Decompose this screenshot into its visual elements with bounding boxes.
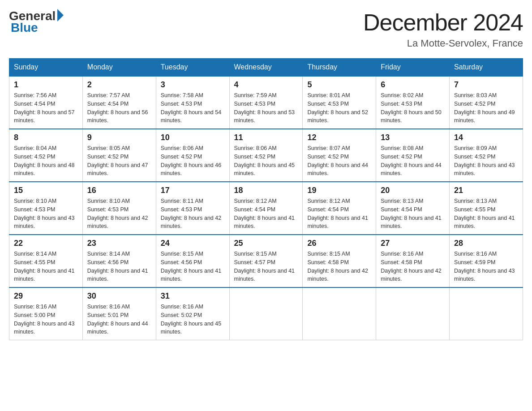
calendar-cell [303, 287, 376, 340]
calendar-cell: 16 Sunrise: 8:10 AMSunset: 4:53 PMDaylig… [82, 182, 156, 235]
calendar-week-5: 29 Sunrise: 8:16 AMSunset: 5:00 PMDaylig… [9, 287, 523, 340]
day-info: Sunrise: 8:02 AMSunset: 4:53 PMDaylight:… [381, 92, 442, 124]
day-number: 26 [307, 239, 371, 248]
calendar-cell: 21 Sunrise: 8:13 AMSunset: 4:55 PMDaylig… [450, 182, 523, 235]
day-number: 12 [307, 133, 371, 142]
calendar-cell: 9 Sunrise: 8:05 AMSunset: 4:52 PMDayligh… [82, 129, 156, 182]
calendar-cell: 4 Sunrise: 7:59 AMSunset: 4:53 PMDayligh… [229, 76, 303, 129]
calendar-week-2: 8 Sunrise: 8:04 AMSunset: 4:52 PMDayligh… [9, 129, 523, 182]
location-title: La Motte-Servolex, France [363, 38, 523, 49]
day-number: 14 [454, 133, 518, 142]
calendar-cell: 5 Sunrise: 8:01 AMSunset: 4:53 PMDayligh… [303, 76, 376, 129]
calendar-week-4: 22 Sunrise: 8:14 AMSunset: 4:55 PMDaylig… [9, 235, 523, 287]
day-number: 10 [161, 133, 225, 142]
calendar-cell: 11 Sunrise: 8:06 AMSunset: 4:52 PMDaylig… [229, 129, 303, 182]
calendar-cell: 15 Sunrise: 8:10 AMSunset: 4:53 PMDaylig… [9, 182, 83, 235]
weekday-header-monday: Monday [82, 59, 156, 77]
calendar-cell: 29 Sunrise: 8:16 AMSunset: 5:00 PMDaylig… [9, 287, 83, 340]
weekday-header-row: SundayMondayTuesdayWednesdayThursdayFrid… [9, 59, 523, 77]
calendar-cell: 23 Sunrise: 8:14 AMSunset: 4:56 PMDaylig… [82, 235, 156, 287]
day-info: Sunrise: 7:56 AMSunset: 4:54 PMDaylight:… [14, 92, 75, 124]
calendar-cell: 14 Sunrise: 8:09 AMSunset: 4:52 PMDaylig… [450, 129, 523, 182]
day-info: Sunrise: 8:13 AMSunset: 4:54 PMDaylight:… [381, 198, 442, 229]
day-number: 2 [87, 80, 151, 90]
day-number: 23 [87, 239, 151, 248]
logo-blue-text: Blue [11, 21, 38, 35]
day-info: Sunrise: 8:11 AMSunset: 4:53 PMDaylight:… [161, 198, 222, 229]
calendar-cell: 18 Sunrise: 8:12 AMSunset: 4:54 PMDaylig… [229, 182, 303, 235]
calendar-cell: 8 Sunrise: 8:04 AMSunset: 4:52 PMDayligh… [9, 129, 83, 182]
calendar-cell: 26 Sunrise: 8:15 AMSunset: 4:58 PMDaylig… [303, 235, 376, 287]
day-info: Sunrise: 8:12 AMSunset: 4:54 PMDaylight:… [234, 198, 295, 229]
day-info: Sunrise: 8:16 AMSunset: 5:00 PMDaylight:… [14, 304, 75, 335]
calendar-cell: 7 Sunrise: 8:03 AMSunset: 4:52 PMDayligh… [450, 76, 523, 129]
day-info: Sunrise: 8:14 AMSunset: 4:56 PMDaylight:… [87, 251, 148, 282]
day-info: Sunrise: 8:14 AMSunset: 4:55 PMDaylight:… [14, 251, 75, 282]
day-info: Sunrise: 8:16 AMSunset: 5:02 PMDaylight:… [161, 304, 222, 335]
day-info: Sunrise: 8:16 AMSunset: 5:01 PMDaylight:… [87, 304, 148, 335]
day-info: Sunrise: 8:04 AMSunset: 4:52 PMDaylight:… [14, 145, 75, 176]
day-number: 30 [87, 291, 151, 301]
calendar-cell: 27 Sunrise: 8:16 AMSunset: 4:58 PMDaylig… [376, 235, 450, 287]
day-info: Sunrise: 8:05 AMSunset: 4:52 PMDaylight:… [87, 145, 148, 176]
day-info: Sunrise: 8:15 AMSunset: 4:58 PMDaylight:… [307, 251, 368, 282]
calendar-cell [229, 287, 303, 340]
page-header: General Blue December 2024 La Motte-Serv… [9, 9, 523, 49]
day-number: 15 [14, 186, 78, 195]
day-number: 27 [381, 239, 445, 248]
calendar-cell: 24 Sunrise: 8:15 AMSunset: 4:56 PMDaylig… [156, 235, 229, 287]
day-info: Sunrise: 8:10 AMSunset: 4:53 PMDaylight:… [87, 198, 148, 229]
day-info: Sunrise: 8:01 AMSunset: 4:53 PMDaylight:… [307, 92, 368, 124]
day-number: 24 [161, 239, 225, 248]
day-info: Sunrise: 7:58 AMSunset: 4:53 PMDaylight:… [161, 92, 222, 124]
calendar-table: SundayMondayTuesdayWednesdayThursdayFrid… [9, 58, 523, 340]
day-number: 18 [234, 186, 298, 195]
calendar-cell: 10 Sunrise: 8:06 AMSunset: 4:52 PMDaylig… [156, 129, 229, 182]
day-number: 9 [87, 133, 151, 142]
calendar-week-1: 1 Sunrise: 7:56 AMSunset: 4:54 PMDayligh… [9, 76, 523, 129]
day-info: Sunrise: 8:16 AMSunset: 4:59 PMDaylight:… [454, 251, 515, 282]
title-block: December 2024 La Motte-Servolex, France [363, 9, 523, 49]
day-number: 4 [234, 80, 298, 90]
day-number: 13 [381, 133, 445, 142]
day-number: 29 [14, 291, 78, 301]
weekday-header-sunday: Sunday [9, 59, 83, 77]
calendar-cell: 25 Sunrise: 8:15 AMSunset: 4:57 PMDaylig… [229, 235, 303, 287]
day-info: Sunrise: 7:59 AMSunset: 4:53 PMDaylight:… [234, 92, 295, 124]
day-number: 11 [234, 133, 298, 142]
day-number: 16 [87, 186, 151, 195]
calendar-cell [376, 287, 450, 340]
day-number: 22 [14, 239, 78, 248]
day-info: Sunrise: 8:03 AMSunset: 4:52 PMDaylight:… [454, 92, 515, 124]
day-number: 7 [454, 80, 518, 90]
calendar-week-3: 15 Sunrise: 8:10 AMSunset: 4:53 PMDaylig… [9, 182, 523, 235]
calendar-cell: 31 Sunrise: 8:16 AMSunset: 5:02 PMDaylig… [156, 287, 229, 340]
day-number: 5 [307, 80, 371, 90]
day-number: 17 [161, 186, 225, 195]
day-info: Sunrise: 8:13 AMSunset: 4:55 PMDaylight:… [454, 198, 515, 229]
calendar-cell [450, 287, 523, 340]
calendar-cell: 1 Sunrise: 7:56 AMSunset: 4:54 PMDayligh… [9, 76, 83, 129]
day-number: 1 [14, 80, 78, 90]
day-number: 20 [381, 186, 445, 195]
calendar-cell: 6 Sunrise: 8:02 AMSunset: 4:53 PMDayligh… [376, 76, 450, 129]
day-info: Sunrise: 8:15 AMSunset: 4:57 PMDaylight:… [234, 251, 295, 282]
logo: General Blue [9, 9, 64, 35]
day-number: 21 [454, 186, 518, 195]
day-info: Sunrise: 8:07 AMSunset: 4:52 PMDaylight:… [307, 145, 368, 176]
calendar-cell: 22 Sunrise: 8:14 AMSunset: 4:55 PMDaylig… [9, 235, 83, 287]
day-number: 3 [161, 80, 225, 90]
day-info: Sunrise: 8:16 AMSunset: 4:58 PMDaylight:… [381, 251, 442, 282]
day-info: Sunrise: 7:57 AMSunset: 4:54 PMDaylight:… [87, 92, 148, 124]
weekday-header-saturday: Saturday [450, 59, 523, 77]
month-title: December 2024 [363, 9, 523, 36]
weekday-header-friday: Friday [376, 59, 450, 77]
weekday-header-thursday: Thursday [303, 59, 376, 77]
calendar-cell: 2 Sunrise: 7:57 AMSunset: 4:54 PMDayligh… [82, 76, 156, 129]
calendar-cell: 30 Sunrise: 8:16 AMSunset: 5:01 PMDaylig… [82, 287, 156, 340]
weekday-header-wednesday: Wednesday [229, 59, 303, 77]
calendar-cell: 28 Sunrise: 8:16 AMSunset: 4:59 PMDaylig… [450, 235, 523, 287]
day-number: 28 [454, 239, 518, 248]
day-info: Sunrise: 8:15 AMSunset: 4:56 PMDaylight:… [161, 251, 222, 282]
day-number: 19 [307, 186, 371, 195]
